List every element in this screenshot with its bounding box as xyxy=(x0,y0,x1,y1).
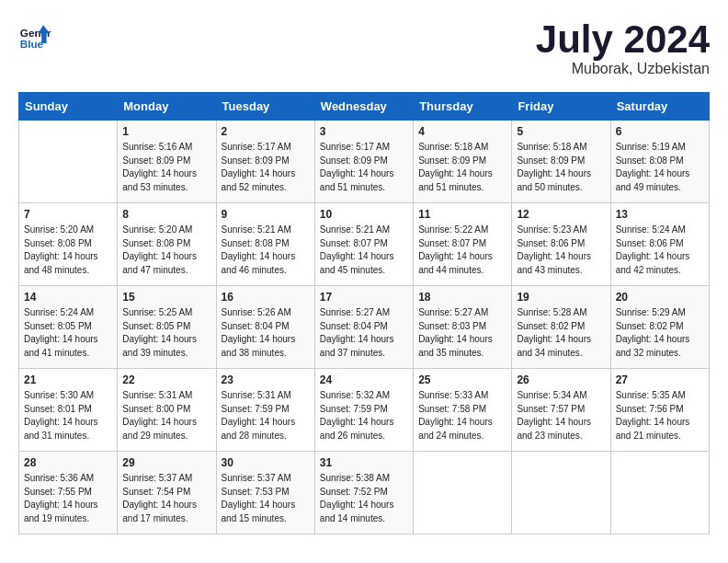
day-number: 11 xyxy=(418,208,506,221)
calendar-cell: 23Sunrise: 5:31 AM Sunset: 7:59 PM Dayli… xyxy=(216,369,314,452)
calendar-cell: 16Sunrise: 5:26 AM Sunset: 8:04 PM Dayli… xyxy=(216,286,314,369)
calendar-cell xyxy=(512,452,610,534)
location: Muborak, Uzbekistan xyxy=(536,61,710,77)
cell-info: Sunrise: 5:27 AM Sunset: 8:04 PM Dayligh… xyxy=(320,306,408,360)
calendar-cell: 6Sunrise: 5:19 AM Sunset: 8:08 PM Daylig… xyxy=(610,121,709,203)
cell-info: Sunrise: 5:38 AM Sunset: 7:52 PM Dayligh… xyxy=(320,472,408,525)
day-number: 2 xyxy=(222,125,310,138)
calendar-cell: 4Sunrise: 5:18 AM Sunset: 8:09 PM Daylig… xyxy=(414,121,512,203)
calendar-cell: 30Sunrise: 5:37 AM Sunset: 7:53 PM Dayli… xyxy=(216,452,314,534)
calendar-cell: 18Sunrise: 5:27 AM Sunset: 8:03 PM Dayli… xyxy=(414,286,512,369)
cell-info: Sunrise: 5:29 AM Sunset: 8:02 PM Dayligh… xyxy=(616,306,704,360)
calendar-cell: 31Sunrise: 5:38 AM Sunset: 7:52 PM Dayli… xyxy=(314,452,413,534)
day-number: 31 xyxy=(320,456,408,469)
day-number: 12 xyxy=(517,208,605,221)
calendar-cell: 9Sunrise: 5:21 AM Sunset: 8:08 PM Daylig… xyxy=(216,203,314,286)
calendar-cell: 15Sunrise: 5:25 AM Sunset: 8:05 PM Dayli… xyxy=(118,286,216,369)
day-number: 10 xyxy=(320,208,408,221)
calendar-cell: 2Sunrise: 5:17 AM Sunset: 8:09 PM Daylig… xyxy=(216,121,314,203)
cell-info: Sunrise: 5:17 AM Sunset: 8:09 PM Dayligh… xyxy=(222,141,310,194)
month-title: July 2024 xyxy=(536,18,710,61)
calendar-week-row: 14Sunrise: 5:24 AM Sunset: 8:05 PM Dayli… xyxy=(19,286,710,369)
calendar-cell: 27Sunrise: 5:35 AM Sunset: 7:56 PM Dayli… xyxy=(610,369,709,452)
day-number: 13 xyxy=(616,208,704,221)
day-number: 17 xyxy=(320,291,408,304)
cell-info: Sunrise: 5:18 AM Sunset: 8:09 PM Dayligh… xyxy=(517,141,605,194)
calendar-cell xyxy=(414,452,512,534)
calendar-cell xyxy=(610,452,709,534)
day-number: 1 xyxy=(122,125,210,138)
calendar-cell: 17Sunrise: 5:27 AM Sunset: 8:04 PM Dayli… xyxy=(314,286,413,369)
calendar-week-row: 28Sunrise: 5:36 AM Sunset: 7:55 PM Dayli… xyxy=(19,452,710,534)
cell-info: Sunrise: 5:37 AM Sunset: 7:54 PM Dayligh… xyxy=(122,472,210,525)
cell-info: Sunrise: 5:33 AM Sunset: 7:58 PM Dayligh… xyxy=(418,389,506,442)
cell-info: Sunrise: 5:20 AM Sunset: 8:08 PM Dayligh… xyxy=(122,224,210,277)
day-of-week-header: Wednesday xyxy=(314,93,413,121)
cell-info: Sunrise: 5:22 AM Sunset: 8:07 PM Dayligh… xyxy=(418,224,506,277)
day-number: 19 xyxy=(517,291,605,304)
calendar-cell: 29Sunrise: 5:37 AM Sunset: 7:54 PM Dayli… xyxy=(118,452,216,534)
day-number: 29 xyxy=(122,456,210,469)
day-number: 14 xyxy=(24,291,112,304)
page-header: General Blue July 2024 Muborak, Uzbekist… xyxy=(18,18,710,77)
day-number: 28 xyxy=(24,456,112,469)
cell-info: Sunrise: 5:17 AM Sunset: 8:09 PM Dayligh… xyxy=(320,141,408,194)
calendar-body: 1Sunrise: 5:16 AM Sunset: 8:09 PM Daylig… xyxy=(19,121,710,534)
calendar-cell: 24Sunrise: 5:32 AM Sunset: 7:59 PM Dayli… xyxy=(314,369,413,452)
cell-info: Sunrise: 5:21 AM Sunset: 8:07 PM Dayligh… xyxy=(320,224,408,277)
svg-text:Blue: Blue xyxy=(20,38,44,50)
logo: General Blue xyxy=(18,18,51,52)
calendar-cell: 5Sunrise: 5:18 AM Sunset: 8:09 PM Daylig… xyxy=(512,121,610,203)
calendar-week-row: 21Sunrise: 5:30 AM Sunset: 8:01 PM Dayli… xyxy=(19,369,710,452)
calendar-cell: 8Sunrise: 5:20 AM Sunset: 8:08 PM Daylig… xyxy=(118,203,216,286)
day-of-week-header: Thursday xyxy=(414,93,512,121)
cell-info: Sunrise: 5:25 AM Sunset: 8:05 PM Dayligh… xyxy=(122,306,210,360)
calendar-cell: 22Sunrise: 5:31 AM Sunset: 8:00 PM Dayli… xyxy=(118,369,216,452)
cell-info: Sunrise: 5:21 AM Sunset: 8:08 PM Dayligh… xyxy=(222,224,310,277)
calendar-cell: 14Sunrise: 5:24 AM Sunset: 8:05 PM Dayli… xyxy=(19,286,118,369)
cell-info: Sunrise: 5:24 AM Sunset: 8:05 PM Dayligh… xyxy=(24,306,112,360)
cell-info: Sunrise: 5:36 AM Sunset: 7:55 PM Dayligh… xyxy=(24,472,112,525)
day-number: 6 xyxy=(616,125,704,138)
day-number: 16 xyxy=(222,291,310,304)
cell-info: Sunrise: 5:35 AM Sunset: 7:56 PM Dayligh… xyxy=(616,389,704,442)
cell-info: Sunrise: 5:37 AM Sunset: 7:53 PM Dayligh… xyxy=(222,472,310,525)
calendar-cell: 7Sunrise: 5:20 AM Sunset: 8:08 PM Daylig… xyxy=(19,203,118,286)
cell-info: Sunrise: 5:23 AM Sunset: 8:06 PM Dayligh… xyxy=(517,224,605,277)
day-number: 26 xyxy=(517,373,605,386)
calendar-cell: 25Sunrise: 5:33 AM Sunset: 7:58 PM Dayli… xyxy=(414,369,512,452)
cell-info: Sunrise: 5:27 AM Sunset: 8:03 PM Dayligh… xyxy=(418,306,506,360)
calendar-header-row: SundayMondayTuesdayWednesdayThursdayFrid… xyxy=(19,93,710,121)
calendar-cell: 10Sunrise: 5:21 AM Sunset: 8:07 PM Dayli… xyxy=(314,203,413,286)
calendar-cell: 11Sunrise: 5:22 AM Sunset: 8:07 PM Dayli… xyxy=(414,203,512,286)
cell-info: Sunrise: 5:31 AM Sunset: 8:00 PM Dayligh… xyxy=(122,389,210,442)
cell-info: Sunrise: 5:24 AM Sunset: 8:06 PM Dayligh… xyxy=(616,224,704,277)
day-of-week-header: Sunday xyxy=(19,93,118,121)
cell-info: Sunrise: 5:34 AM Sunset: 7:57 PM Dayligh… xyxy=(517,389,605,442)
title-block: July 2024 Muborak, Uzbekistan xyxy=(536,18,710,77)
calendar-table: SundayMondayTuesdayWednesdayThursdayFrid… xyxy=(18,92,710,534)
day-number: 24 xyxy=(320,373,408,386)
day-number: 3 xyxy=(320,125,408,138)
day-of-week-header: Monday xyxy=(118,93,216,121)
calendar-cell: 12Sunrise: 5:23 AM Sunset: 8:06 PM Dayli… xyxy=(512,203,610,286)
day-of-week-header: Tuesday xyxy=(216,93,314,121)
cell-info: Sunrise: 5:30 AM Sunset: 8:01 PM Dayligh… xyxy=(24,389,112,442)
calendar-cell: 21Sunrise: 5:30 AM Sunset: 8:01 PM Dayli… xyxy=(19,369,118,452)
calendar-cell: 13Sunrise: 5:24 AM Sunset: 8:06 PM Dayli… xyxy=(610,203,709,286)
calendar-cell: 1Sunrise: 5:16 AM Sunset: 8:09 PM Daylig… xyxy=(118,121,216,203)
cell-info: Sunrise: 5:18 AM Sunset: 8:09 PM Dayligh… xyxy=(418,141,506,194)
cell-info: Sunrise: 5:20 AM Sunset: 8:08 PM Dayligh… xyxy=(24,224,112,277)
calendar-cell: 28Sunrise: 5:36 AM Sunset: 7:55 PM Dayli… xyxy=(19,452,118,534)
day-of-week-header: Saturday xyxy=(610,93,709,121)
day-of-week-header: Friday xyxy=(512,93,610,121)
calendar-cell xyxy=(19,121,118,203)
calendar-cell: 20Sunrise: 5:29 AM Sunset: 8:02 PM Dayli… xyxy=(610,286,709,369)
calendar-cell: 26Sunrise: 5:34 AM Sunset: 7:57 PM Dayli… xyxy=(512,369,610,452)
day-number: 5 xyxy=(517,125,605,138)
cell-info: Sunrise: 5:31 AM Sunset: 7:59 PM Dayligh… xyxy=(222,389,310,442)
day-number: 4 xyxy=(418,125,506,138)
day-number: 25 xyxy=(418,373,506,386)
day-number: 30 xyxy=(222,456,310,469)
day-number: 22 xyxy=(122,373,210,386)
